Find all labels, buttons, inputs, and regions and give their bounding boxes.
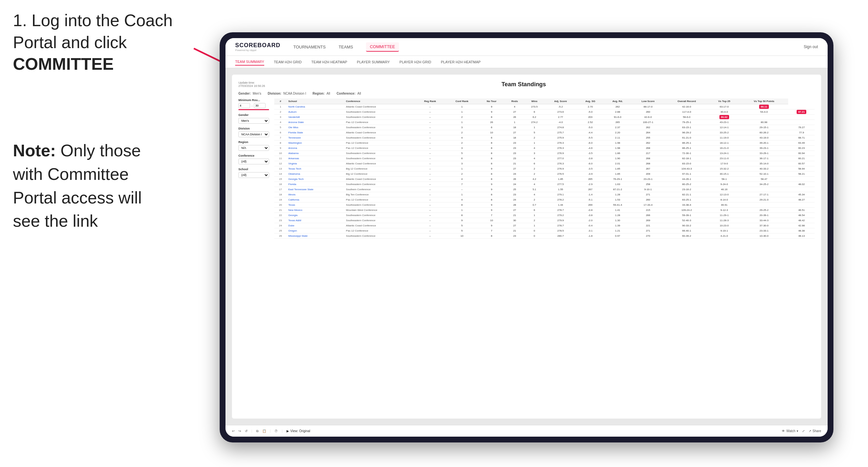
table-cell: 265 (577, 177, 604, 182)
table-cell: 8 (478, 151, 505, 156)
nav-teams[interactable]: TEAMS (339, 43, 353, 51)
redo-button[interactable]: ↪ (239, 429, 241, 433)
tab-player-h2h-grid[interactable]: PLAYER H2H GRID (400, 59, 431, 65)
nav-tournaments[interactable]: TOURNAMENTS (293, 43, 326, 51)
sign-out-button[interactable]: Sign out (804, 44, 818, 49)
card-title: Team Standings (265, 81, 782, 88)
table-cell: – (415, 156, 446, 161)
table-cell: 72-30-1 (664, 151, 708, 156)
table-cell: 5.1 (525, 187, 544, 192)
watch-button[interactable]: 👁 Watch ▾ (782, 429, 798, 433)
table-cell: 273.5 (525, 104, 544, 110)
table-cell: 4 (505, 104, 525, 110)
table-cell: Big Ten Conference (344, 192, 415, 197)
table-cell: -6.0 (577, 141, 604, 146)
table-cell: 26 (478, 120, 505, 125)
school-select[interactable]: (All) (239, 172, 269, 178)
table-cell: 30-15-1 (709, 172, 740, 177)
table-cell: Washington (287, 141, 345, 146)
table-cell: 276.9 (544, 151, 577, 156)
table-cell: – (415, 125, 446, 130)
table-cell: 269 (631, 218, 665, 223)
navbar: SCOREBOARD Powered by clippd TOURNAMENTS… (225, 38, 828, 56)
col-adj-score: Adj. Score (544, 98, 577, 104)
conference-select[interactable]: (All) (239, 159, 269, 164)
paste-button[interactable]: 📋 (262, 429, 266, 433)
nav-committee[interactable]: COMMITTEE (366, 42, 399, 52)
table-row: 2AuburnSoutheastern Conference–19276273.… (274, 110, 815, 115)
min-rounds-input[interactable] (239, 103, 250, 108)
table-cell: – (415, 110, 446, 115)
undo-button[interactable]: ↩ (232, 429, 235, 433)
gender-filter: Gender: Men's (239, 92, 261, 95)
table-cell: Southeastern Conference (344, 115, 415, 120)
table-cell: 221 (631, 223, 665, 228)
clock-button[interactable]: ⏱ (275, 429, 278, 433)
table-cell: – (415, 161, 446, 166)
table-cell: -1.4 (577, 192, 604, 197)
share-button[interactable]: ↗ Share (809, 429, 821, 433)
table-cell: 63-15-1 (664, 125, 708, 130)
table-cell: 4 (525, 146, 544, 151)
table-cell: North Carolina (287, 104, 345, 110)
table-cell: 4 (445, 135, 478, 141)
gender-select[interactable]: Men's (239, 118, 269, 124)
col-conference: Conference (344, 98, 415, 104)
table-cell: Atlantic Coast Conference (344, 104, 415, 110)
refresh-button[interactable]: ↺ (245, 429, 247, 433)
tab-player-summary[interactable]: PLAYER SUMMARY (357, 59, 390, 65)
tab-team-h2h-grid[interactable]: TEAM H2H GRID (274, 59, 302, 65)
table-cell: 2.70 (577, 104, 604, 110)
logo-area: SCOREBOARD Powered by clippd (235, 42, 280, 52)
division-select[interactable]: NCAA Division I (239, 131, 269, 137)
table-cell: 2 (525, 218, 544, 223)
table-cell: Southern Conference (344, 187, 415, 192)
table-cell: – (415, 213, 446, 218)
table-cell: – (445, 187, 478, 192)
table-cell: 8 (478, 141, 505, 146)
table-row: 23Texas A&MSoutheastern Conference–91030… (274, 218, 815, 223)
col-low-score: Low Score (631, 98, 665, 104)
max-rounds-input[interactable] (254, 103, 266, 108)
table-cell: 27 (505, 166, 525, 172)
table-cell: 79-25-1 (664, 120, 708, 125)
tab-player-h2h-heatmap[interactable]: PLAYER H2H HEATMAP (441, 59, 481, 65)
table-cell: 23 (274, 218, 287, 223)
table-cell: – (415, 197, 446, 203)
expand-button[interactable]: ⤢ (802, 429, 805, 433)
table-cell: Southeastern Conference (344, 135, 415, 141)
table-cell: 279.2 (544, 213, 577, 218)
table-cell: 9 (478, 104, 505, 110)
table-cell: Southeastern Conference (344, 182, 415, 187)
table-cell: – (415, 141, 446, 146)
table-cell: – (415, 187, 446, 192)
table-cell: 27 (505, 223, 525, 228)
conference-value: All (357, 92, 361, 95)
table-cell: 5 (274, 125, 287, 130)
table-cell: 0 (525, 228, 544, 234)
table-cell: 8 (445, 213, 478, 218)
table-cell: 86.62 (709, 115, 740, 120)
table-cell: 34-25-2 (740, 182, 788, 187)
region-select[interactable]: N/A (239, 145, 269, 151)
table-cell: 44-26-1 (664, 177, 708, 182)
table-cell: 9 (478, 223, 505, 228)
view-original-btn[interactable]: ▶ View: Original (286, 429, 310, 433)
table-cell: Atlantic Coast Conference (344, 223, 415, 228)
table-cell: 20-39-1 (740, 213, 788, 218)
table-cell: 39-23-1 (740, 146, 788, 151)
table-cell: 268 (631, 161, 665, 166)
table-cell: 4 (525, 192, 544, 197)
table-cell: 15-32-2 (709, 166, 740, 172)
table-cell: 42-16-0 (664, 104, 708, 110)
copy-button[interactable]: ⧉ (256, 429, 258, 433)
tab-team-h2h-heatmap[interactable]: TEAM H2H HEATMAP (311, 59, 347, 65)
table-cell: 10 (445, 234, 478, 239)
table-cell: 33-29-1 (740, 151, 788, 156)
table-cell: 43-19-0 (740, 135, 788, 141)
table-cell: 1.98 (604, 146, 631, 151)
table-cell: 30-4-0 (709, 110, 740, 115)
table-cell: 276.9 (544, 166, 577, 172)
tab-team-summary[interactable]: TEAM SUMMARY (235, 58, 264, 66)
table-row: 26Mississippi StateSoutheastern Conferen… (274, 234, 815, 239)
